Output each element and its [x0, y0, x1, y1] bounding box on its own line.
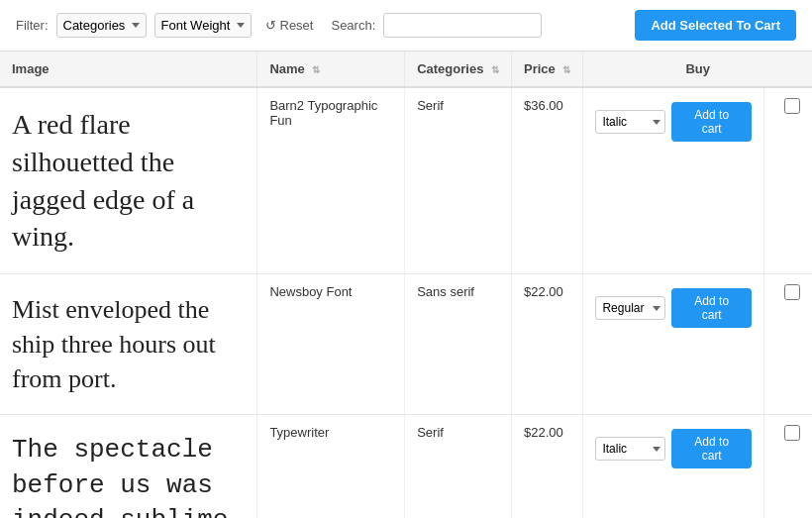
table-header-row: Image Name ⇅ Categories ⇅ Price ⇅ Buy: [0, 52, 812, 87]
row-checkbox-0[interactable]: [784, 98, 800, 114]
table-row: Mist enveloped the ship three hours out …: [0, 274, 812, 415]
add-to-cart-button-0[interactable]: Add to cart: [671, 102, 752, 142]
row-checkbox-1[interactable]: [784, 284, 800, 300]
font-preview-text-2: The spectacle before us was indeed subli…: [12, 425, 245, 518]
reset-button[interactable]: ↺ Reset: [259, 14, 320, 37]
col-header-categories: Categories ⇅: [405, 52, 512, 87]
font-category-1: Sans serif: [405, 274, 512, 415]
row-select-cell-1: [763, 274, 812, 415]
price-sort-icon: ⇅: [562, 64, 570, 75]
font-price-0: $36.00: [512, 87, 583, 274]
row-select-cell-0: [763, 87, 812, 274]
categories-filter[interactable]: Categories: [56, 13, 147, 38]
font-weight-filter[interactable]: Font Weight: [154, 13, 252, 38]
font-preview-cell-0: A red flare silhouetted the jagged edge …: [0, 87, 257, 274]
add-selected-to-cart-button[interactable]: Add Selected To Cart: [635, 10, 796, 41]
font-name-0: Barn2 Typographic Fun: [257, 87, 405, 274]
font-preview-cell-2: The spectacle before us was indeed subli…: [0, 415, 257, 518]
font-name-1: Newsboy Font: [257, 274, 405, 415]
toolbar: Filter: Categories Font Weight ↺ Reset S…: [0, 0, 812, 52]
row-checkbox-2[interactable]: [784, 425, 800, 441]
filter-label: Filter:: [16, 18, 49, 33]
font-category-2: Serif: [405, 415, 512, 518]
font-name-2: Typewriter: [257, 415, 405, 518]
variant-select-0[interactable]: RegularItalicBold: [595, 110, 665, 134]
variant-select-2[interactable]: RegularItalicBold: [595, 437, 665, 461]
name-sort-icon: ⇅: [312, 64, 320, 75]
buy-cell-0: RegularItalicBoldAdd to cart: [583, 87, 764, 274]
categories-sort-icon: ⇅: [491, 64, 499, 75]
add-to-cart-button-1[interactable]: Add to cart: [671, 288, 752, 328]
font-category-0: Serif: [405, 87, 512, 274]
row-select-cell-2: [763, 415, 812, 518]
reset-label: Reset: [280, 18, 314, 33]
col-header-buy: Buy: [583, 52, 812, 87]
add-to-cart-button-2[interactable]: Add to cart: [671, 429, 752, 468]
buy-cell-1: RegularItalicBoldAdd to cart: [583, 274, 764, 415]
font-price-2: $22.00: [512, 415, 583, 518]
font-preview-text-1: Mist enveloped the ship three hours out …: [12, 284, 245, 404]
search-input[interactable]: [383, 13, 542, 38]
search-label: Search:: [331, 18, 375, 33]
fonts-table: Image Name ⇅ Categories ⇅ Price ⇅ Buy A …: [0, 52, 812, 518]
variant-select-1[interactable]: RegularItalicBold: [595, 296, 665, 320]
buy-cell-2: RegularItalicBoldAdd to cart: [583, 415, 764, 518]
font-price-1: $22.00: [512, 274, 583, 415]
font-preview-text-0: A red flare silhouetted the jagged edge …: [12, 98, 245, 263]
col-header-name: Name ⇅: [257, 52, 405, 87]
col-header-price: Price ⇅: [512, 52, 583, 87]
font-preview-cell-1: Mist enveloped the ship three hours out …: [0, 274, 257, 415]
col-header-image: Image: [0, 52, 257, 87]
reset-icon: ↺: [265, 18, 276, 33]
table-row: A red flare silhouetted the jagged edge …: [0, 87, 812, 274]
table-row: The spectacle before us was indeed subli…: [0, 415, 812, 518]
